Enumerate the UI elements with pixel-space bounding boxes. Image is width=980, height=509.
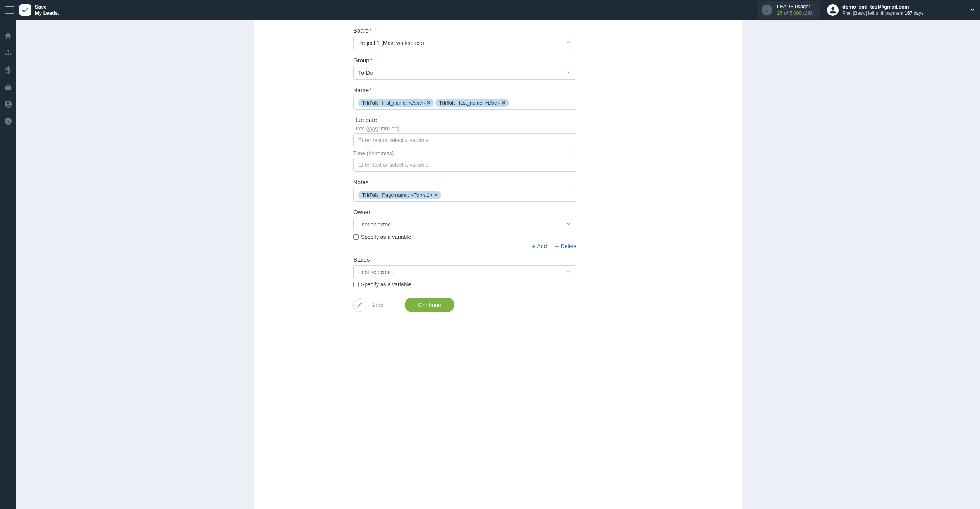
leads-label: LEADS usage: — [777, 3, 814, 10]
info-icon: i — [762, 5, 772, 15]
user-menu[interactable]: demo_sml_test@gmail.com Plan |Basic| lef… — [827, 4, 923, 16]
group-label: Group* — [353, 57, 576, 63]
status-select[interactable]: - not selected - — [353, 265, 576, 279]
name-label: Name* — [353, 87, 576, 93]
status-label: Status — [353, 256, 576, 263]
remove-chip-icon[interactable]: ✕ — [426, 100, 431, 106]
account-icon[interactable] — [4, 100, 12, 108]
help-icon[interactable]: ? — [4, 117, 12, 125]
home-icon[interactable] — [4, 32, 12, 40]
time-sublabel: Time (hh:mm:ss) — [353, 150, 576, 156]
owner-variable-checkbox[interactable] — [353, 234, 359, 240]
chevron-down-icon — [566, 70, 571, 76]
svg-rect-2 — [5, 54, 7, 55]
topbar: Save My Leads. i LEADS usage: 25 of 5'00… — [0, 0, 980, 20]
logo-icon[interactable] — [19, 4, 31, 16]
leads-usage-pill[interactable]: i LEADS usage: 25 of 5'000 (1%) — [758, 1, 820, 19]
svg-rect-1 — [7, 50, 9, 51]
name-input[interactable]: TikTok | first_name: «Jane» ✕ TikTok | l… — [353, 96, 576, 110]
billing-icon[interactable] — [4, 66, 12, 74]
add-button[interactable]: Add — [531, 243, 547, 249]
board-label: Board* — [353, 27, 576, 34]
delete-button[interactable]: Delete — [555, 243, 576, 249]
due-date-label: Due date — [353, 117, 576, 123]
variable-chip: TikTok | Page name: «Form 1» ✕ — [358, 191, 441, 199]
variable-chip: TikTok | first_name: «Jane» ✕ — [358, 99, 434, 107]
remove-chip-icon[interactable]: ✕ — [502, 100, 506, 106]
owner-select[interactable]: - not selected - — [353, 218, 576, 231]
brand-name: Save My Leads. — [35, 4, 59, 16]
status-checkbox-label: Specify as a variable — [361, 281, 411, 288]
briefcase-icon[interactable] — [4, 83, 12, 91]
svg-rect-4 — [10, 54, 12, 55]
svg-rect-3 — [7, 54, 9, 55]
content-panel: Board* Project 1 (Main workspace) Group*… — [254, 20, 742, 509]
owner-checkbox-label: Specify as a variable — [361, 234, 411, 240]
pencil-icon — [353, 298, 366, 312]
board-select[interactable]: Project 1 (Main workspace) — [353, 36, 576, 50]
date-sublabel: Date (yyyy-mm-dd) — [353, 125, 576, 132]
remove-chip-icon[interactable]: ✕ — [434, 192, 438, 198]
chevron-down-icon — [566, 269, 571, 276]
owner-label: Owner — [353, 209, 576, 215]
avatar-icon — [827, 4, 839, 16]
hamburger-menu[interactable] — [5, 6, 14, 14]
notes-label: Notes — [353, 179, 576, 185]
back-button[interactable]: Back — [353, 298, 383, 312]
chevron-down-icon — [566, 40, 571, 46]
svg-text:?: ? — [7, 118, 10, 124]
user-email: demo_sml_test@gmail.com — [842, 4, 923, 10]
variable-chip: TikTok | last_name: «Doe» ✕ — [435, 99, 509, 107]
chevron-down-icon[interactable] — [970, 7, 975, 14]
leads-used: 25 — [777, 10, 782, 16]
date-input[interactable]: Enter text or select a variable — [353, 133, 576, 147]
status-variable-checkbox[interactable] — [353, 282, 359, 287]
group-select[interactable]: To-Do — [353, 66, 576, 80]
sidebar: ? — [0, 20, 16, 509]
continue-button[interactable]: Continue — [405, 298, 454, 312]
svg-point-7 — [7, 102, 9, 105]
time-input[interactable]: Enter text or select a variable — [353, 158, 576, 172]
chevron-down-icon — [566, 221, 571, 228]
notes-input[interactable]: TikTok | Page name: «Form 1» ✕ — [353, 188, 576, 202]
svg-point-0 — [831, 7, 834, 10]
user-plan: Plan |Basic| left until payment 167 days — [842, 10, 923, 17]
svg-rect-5 — [5, 86, 12, 90]
integrations-icon[interactable] — [4, 49, 12, 57]
